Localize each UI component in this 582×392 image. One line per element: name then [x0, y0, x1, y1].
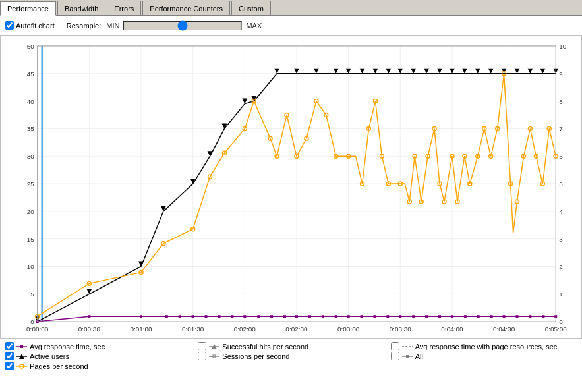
tab-errors[interactable]: Errors [107, 1, 141, 15]
svg-rect-164 [503, 315, 506, 318]
svg-rect-142 [218, 315, 220, 318]
svg-rect-151 [335, 315, 337, 318]
svg-text:0:01:30: 0:01:30 [182, 325, 204, 333]
tabs-bar: Performance Bandwidth Errors Performance… [0, 0, 582, 16]
svg-rect-154 [373, 315, 376, 318]
svg-rect-149 [308, 315, 311, 318]
legend-label-pages: Pages per second [30, 362, 88, 370]
legend-label-avg-response-resources: Avg response time with page resources, s… [415, 343, 558, 350]
svg-text:4: 4 [559, 208, 563, 215]
legend-label-successful-hits: Successful hits per second [222, 343, 308, 350]
svg-rect-159 [438, 315, 441, 318]
svg-text:3: 3 [559, 236, 563, 243]
legend-icon-active-users [16, 353, 27, 360]
svg-text:0: 0 [559, 318, 563, 325]
svg-text:0:03:30: 0:03:30 [390, 325, 412, 333]
svg-text:15: 15 [27, 236, 35, 243]
svg-text:0:03:00: 0:03:00 [337, 325, 360, 333]
legend-checkbox-avg-response-resources[interactable] [391, 342, 399, 350]
svg-text:10: 10 [559, 43, 567, 50]
svg-text:5: 5 [30, 291, 34, 298]
svg-rect-165 [516, 315, 519, 318]
svg-text:0:02:00: 0:02:00 [234, 325, 256, 333]
legend-checkbox-sessions[interactable] [198, 352, 206, 360]
svg-rect-153 [361, 315, 363, 318]
svg-rect-167 [542, 315, 544, 318]
svg-rect-162 [477, 315, 480, 318]
svg-rect-171 [20, 345, 23, 348]
legend-icon-sessions [209, 353, 219, 360]
svg-text:20: 20 [27, 208, 35, 215]
legend-label-avg-response: Avg response time, sec [30, 343, 105, 350]
svg-rect-147 [283, 315, 286, 318]
svg-text:2: 2 [559, 263, 563, 270]
svg-text:30: 30 [27, 153, 35, 160]
legend-icon-pages [16, 363, 27, 370]
tab-performance[interactable]: Performance [0, 1, 56, 16]
svg-rect-143 [231, 315, 233, 318]
svg-rect-148 [295, 315, 298, 318]
svg-rect-150 [322, 315, 324, 318]
legend-checkbox-active-users[interactable] [5, 352, 14, 360]
svg-text:8: 8 [559, 98, 563, 105]
slider-max: MAX [246, 22, 262, 30]
svg-text:45: 45 [27, 70, 35, 78]
svg-rect-180 [406, 355, 409, 358]
svg-rect-166 [529, 315, 531, 318]
svg-rect-137 [140, 315, 142, 318]
chart-area: 50 45 40 35 30 25 20 15 10 5 0 10 9 8 7 … [0, 36, 582, 339]
svg-rect-146 [270, 315, 273, 318]
legend-checkbox-all[interactable] [391, 352, 399, 360]
svg-rect-160 [451, 315, 453, 318]
legend-area: Avg response time, sec Successful hits p… [0, 339, 582, 392]
legend-item-active-users: Active users [5, 352, 191, 360]
svg-rect-158 [425, 315, 428, 318]
svg-rect-139 [179, 315, 181, 318]
svg-rect-144 [243, 315, 246, 318]
svg-rect-145 [257, 315, 260, 318]
svg-text:0:00:00: 0:00:00 [26, 325, 49, 333]
svg-text:10: 10 [27, 263, 35, 270]
legend-item-successful-hits: Successful hits per second [198, 342, 384, 350]
legend-checkbox-successful-hits[interactable] [198, 342, 206, 350]
svg-rect-141 [205, 315, 208, 318]
svg-rect-163 [490, 315, 493, 318]
legend-checkbox-pages[interactable] [5, 362, 14, 370]
svg-text:9: 9 [559, 70, 563, 78]
svg-text:0:02:30: 0:02:30 [285, 325, 308, 333]
svg-text:0:04:00: 0:04:00 [441, 325, 463, 333]
legend-label-sessions: Sessions per second [222, 352, 289, 360]
svg-text:6: 6 [559, 153, 563, 160]
slider-container: MIN MAX [106, 21, 577, 30]
legend-icon-avg-response [16, 343, 27, 350]
svg-text:35: 35 [27, 125, 35, 132]
svg-text:0:04:30: 0:04:30 [493, 325, 515, 333]
slider-min: MIN [106, 22, 119, 30]
resample-label: Resample: [67, 22, 102, 30]
svg-rect-152 [347, 315, 350, 318]
svg-rect-155 [386, 315, 389, 318]
legend-item-avg-response: Avg response time, sec [5, 342, 191, 350]
svg-text:40: 40 [27, 98, 35, 105]
svg-rect-161 [464, 315, 467, 318]
autofit-checkbox[interactable] [5, 21, 14, 30]
svg-rect-157 [412, 315, 415, 318]
legend-item-all: All [391, 352, 577, 360]
tab-performance-counters[interactable]: Performance Counters [142, 1, 230, 15]
legend-item-avg-response-resources: Avg response time with page resources, s… [391, 342, 577, 350]
svg-text:0:00:30: 0:00:30 [78, 325, 101, 333]
legend-item-pages: Pages per second [5, 362, 191, 370]
legend-icon-all [402, 353, 413, 360]
svg-rect-156 [399, 315, 401, 318]
autofit-label[interactable]: Autofit chart [5, 21, 55, 30]
svg-text:7: 7 [559, 125, 563, 132]
resample-slider[interactable] [123, 21, 242, 30]
tab-custom[interactable]: Custom [231, 1, 271, 15]
legend-label-all: All [415, 352, 423, 360]
chart-svg: 50 45 40 35 30 25 20 15 10 5 0 10 9 8 7 … [1, 36, 581, 338]
svg-text:5: 5 [559, 181, 563, 188]
svg-rect-136 [88, 315, 90, 318]
tab-bandwidth[interactable]: Bandwidth [57, 1, 105, 15]
svg-text:0: 0 [30, 318, 34, 325]
legend-checkbox-avg-response[interactable] [5, 342, 14, 350]
